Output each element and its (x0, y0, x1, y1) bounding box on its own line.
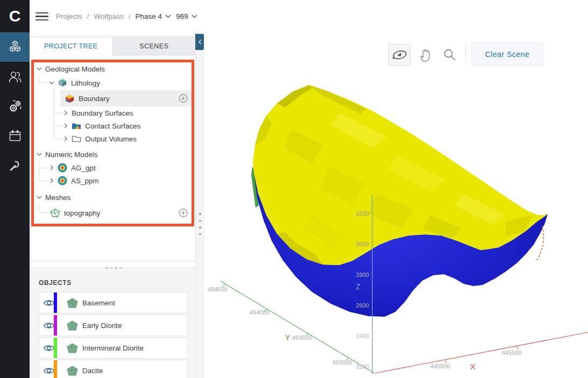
object-label: Basement (82, 299, 115, 307)
z-tick: 3000 (356, 241, 369, 247)
nav-rail (0, 32, 30, 378)
chevron-down-icon (192, 15, 197, 18)
chevron-collapsed-icon[interactable] (62, 110, 69, 116)
x-tick: 445500 (502, 350, 522, 356)
tree-node-numeric-models[interactable]: Numeric Models (30, 147, 195, 161)
collapse-panel-button[interactable] (195, 34, 204, 50)
z-tick: 3200 (356, 210, 369, 217)
add-to-scene-button[interactable] (179, 94, 188, 103)
mesh-volume-icon (67, 366, 78, 376)
lithology-model-icon (58, 79, 67, 87)
calendar-icon (8, 129, 22, 143)
tree-node-boundary[interactable]: Boundary (60, 90, 195, 106)
x-axis-label: X (470, 362, 476, 371)
object-row-early-diorite[interactable]: Early Diorite (39, 315, 188, 336)
tree-node-meshes[interactable]: Meshes (30, 190, 195, 204)
toolbar-divider (465, 45, 466, 62)
chevron-expanded-icon[interactable] (48, 81, 55, 85)
rail-item-settings[interactable] (0, 91, 30, 121)
object-color-bar (54, 338, 57, 358)
cubes-icon (8, 40, 23, 55)
breadcrumb-phase-dropdown[interactable]: Phase 4 (136, 12, 172, 20)
y-tick: 494500 (208, 286, 228, 293)
numeric-model-icon (58, 163, 67, 173)
object-label: Intermineral Diorite (82, 344, 144, 352)
zoom-tool-button[interactable] (442, 47, 458, 63)
magnifier-icon (443, 48, 457, 62)
y-tick: 493500 (292, 334, 312, 341)
chevron-down-icon (165, 15, 171, 18)
chevron-expanded-icon[interactable] (36, 196, 43, 199)
tree-node-geological-models[interactable]: Geological Models (30, 62, 195, 76)
tab-project-tree[interactable]: PROJECT TREE (30, 37, 112, 55)
object-color-bar (54, 315, 57, 336)
central-logo[interactable]: C (0, 0, 30, 32)
project-tree: Geological Models Lithology Boundary (30, 55, 195, 261)
gutter-handle-icon[interactable] (199, 213, 201, 235)
object-color-bar (54, 293, 57, 313)
rotate-tool-button[interactable] (388, 44, 410, 66)
contact-surfaces-icon (72, 122, 81, 130)
mesh-volume-icon (67, 320, 78, 331)
z-tick: 2400 (356, 333, 369, 339)
numeric-model-icon (58, 176, 67, 186)
visibility-eye-icon[interactable] (43, 299, 55, 307)
z-tick: 2600 (356, 302, 369, 309)
pan-tool-button[interactable] (417, 47, 434, 63)
z-tick: 2800 (356, 272, 369, 278)
object-label: Early Diorite (82, 322, 122, 330)
chevron-expanded-icon[interactable] (36, 153, 43, 156)
tree-node-output-volumes[interactable]: Output Volumes (30, 132, 195, 145)
axis-x: 445000 445500 X (375, 332, 588, 373)
boundary-icon (65, 94, 75, 103)
panel-gutter (195, 32, 204, 378)
object-row-dacite[interactable]: Dacite (39, 360, 188, 378)
breadcrumb-wolfpass[interactable]: Wolfpass (94, 12, 124, 20)
rail-item-tools[interactable] (0, 151, 30, 180)
chevron-collapsed-icon[interactable] (62, 123, 69, 129)
rail-item-schedule[interactable] (0, 121, 30, 151)
side-panel: PROJECT TREE SCENES Geological Models (30, 32, 195, 378)
visibility-eye-icon[interactable] (43, 322, 55, 330)
tree-node-ag-gpt[interactable]: AG_gpt (30, 161, 195, 174)
orbit-rotate-icon (392, 48, 408, 62)
chevron-left-icon (198, 39, 202, 45)
rail-item-users[interactable] (0, 62, 30, 91)
y-axis-label: Y (285, 333, 291, 342)
visibility-eye-icon[interactable] (43, 344, 55, 352)
clear-scene-button[interactable]: Clear Scene (471, 42, 544, 66)
folder-icon (72, 135, 81, 142)
chevron-collapsed-icon[interactable] (48, 178, 55, 183)
tree-node-topography[interactable]: topography (30, 205, 195, 220)
chevron-expanded-icon[interactable] (36, 67, 43, 71)
object-row-intermineral-diorite[interactable]: Intermineral Diorite (39, 337, 188, 359)
top-bar: C Projects / Wolfpass / Phase 4 969 (0, 0, 588, 32)
rail-item-models[interactable] (0, 32, 30, 62)
object-row-basement[interactable]: Basement (39, 292, 188, 313)
breadcrumb-projects[interactable]: Projects (56, 12, 82, 20)
object-color-bar (54, 360, 57, 378)
objects-header: OBJECTS (39, 279, 195, 287)
tree-node-contact-surfaces[interactable]: Contact Surfaces (30, 119, 195, 132)
hand-pan-icon (419, 47, 433, 62)
breadcrumb-separator: / (87, 12, 89, 20)
chevron-collapsed-icon[interactable] (48, 165, 55, 170)
plus-circle-icon (179, 94, 188, 103)
tab-scenes[interactable]: SCENES (112, 37, 196, 55)
mesh-volume-icon (67, 343, 78, 353)
z-axis-label: Z (356, 282, 360, 291)
visibility-eye-icon[interactable] (43, 367, 55, 375)
breadcrumb-separator: / (129, 12, 131, 20)
gears-icon (8, 99, 23, 114)
tree-node-boundary-surfaces[interactable]: Boundary Surfaces (30, 106, 195, 119)
scene-viewport[interactable]: 494500 494000 493500 493000 Y 445000 445… (204, 32, 588, 378)
scene-3d-canvas[interactable]: 494500 494000 493500 493000 Y 445000 445… (204, 32, 588, 378)
tree-node-as-ppm[interactable]: AS_ppm (30, 174, 195, 187)
y-tick: 494000 (250, 309, 270, 316)
tree-node-lithology[interactable]: Lithology (30, 76, 195, 90)
add-to-scene-button[interactable] (179, 209, 188, 218)
chevron-collapsed-icon[interactable] (62, 136, 69, 141)
object-label: Dacite (82, 367, 103, 375)
menu-icon[interactable] (36, 12, 48, 20)
breadcrumb-version-dropdown[interactable]: 969 (176, 12, 197, 20)
